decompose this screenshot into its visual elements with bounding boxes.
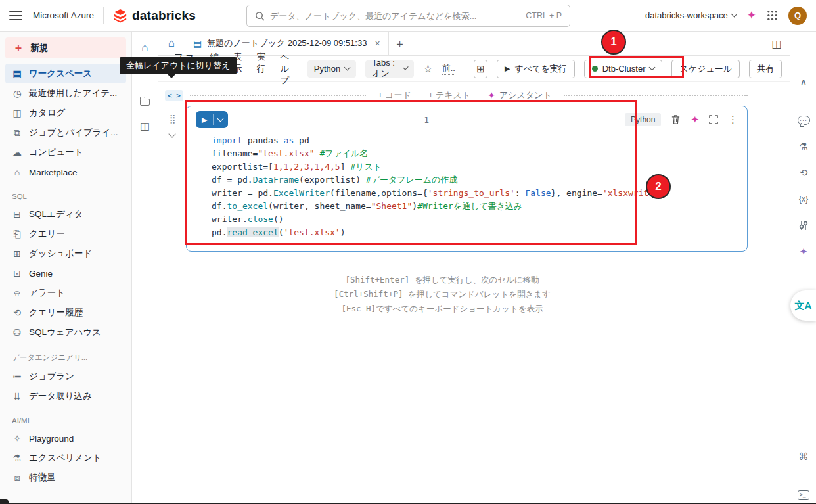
assistant-button[interactable]: ✦ アシスタント [487,89,552,101]
hamburger-menu-icon[interactable] [9,11,22,20]
app-switcher-grid-icon[interactable] [767,10,778,21]
add-code-button[interactable]: + コード [378,89,411,101]
sidebar-item-queries[interactable]: ⎗クエリー [5,224,126,244]
share-button[interactable]: 共有 [749,60,782,78]
cell-separator-dots [190,95,366,96]
new-tab-button[interactable]: ＋ [389,32,411,55]
sidebar-item-data-ingestion[interactable]: ⇊データ取り込み [5,386,126,406]
sidebar-item-catalog[interactable]: ◫カタログ [5,103,126,123]
split-view-icon[interactable]: ◫ [763,32,790,55]
menu-ヘルプ[interactable]: ヘルプ [281,51,298,87]
schedule-button[interactable]: スケジュール [671,60,740,78]
sidebar-section-header: SQL [12,193,120,200]
new-button[interactable]: ＋ 新規 [5,37,126,58]
sidebar-item-sql-warehouses[interactable]: ⛁SQLウェアハウス [5,323,126,342]
sidebar-item-label: SQLウェアハウス [29,327,101,338]
alerts-icon: ⍾ [12,288,22,299]
code-line: df.to_excel(writer, sheet_name="Sheet1")… [212,200,738,213]
home-icon[interactable]: ⌂ [137,39,154,57]
experiments-flask-icon[interactable]: ⚗ [790,137,816,156]
tabs-toggle-select[interactable]: Tabs : オン [365,60,414,78]
sidebar-item-features[interactable]: ⧈特徴量 [5,468,126,488]
sidebar-item-playground[interactable]: ✧Playground [5,428,126,448]
collapse-up-icon[interactable]: ∧ [790,72,816,92]
folder-icon[interactable] [137,93,154,110]
assistant-sparkle-icon[interactable]: ✦ [747,9,756,22]
command-palette-icon[interactable]: ⌘ [790,447,816,467]
sidebar-item-marketplace[interactable]: ⌂Marketplace [5,162,126,182]
sidebar-item-label: Playground [29,434,74,444]
variables-icon[interactable]: {x} [790,189,816,209]
notebook-icon: ▤ [193,38,202,49]
menu-実行[interactable]: 実行 [257,51,269,87]
assistant-sparkle-icon[interactable]: ✦ [790,242,816,262]
sidebar-item-alerts[interactable]: ⍾アラート [5,283,126,303]
run-all-button[interactable]: ▶ すべてを実行 [497,60,575,78]
sidebar-item-label: 最近使用したアイテ... [29,87,117,99]
code-cell[interactable]: ▶ 1 Python ✦ [186,106,748,252]
workspace-icon-rail: ⌂ ◫ [132,32,158,504]
sidebar-item-label: アラート [29,287,65,299]
sidebar-item-jobs-pipelines[interactable]: ⧉ジョブとパイプライ... [5,123,126,143]
settings-sliders-icon[interactable] [790,216,816,235]
expand-cell-icon[interactable] [709,115,718,124]
notebook-content: < > + コード + テキスト ✦ アシスタント ⣿ [158,82,790,504]
tab-close-icon[interactable]: × [374,38,380,49]
version-history-icon[interactable]: ⟲ [790,163,816,183]
comments-icon[interactable]: ··· [790,110,816,130]
sidebar-section-header: データエンジニアリ... [12,353,120,363]
last-run-info[interactable]: 前.. [442,62,455,75]
sidebar-item-compute[interactable]: ☁コンピュート [5,143,126,162]
add-text-button[interactable]: + テキスト [428,89,470,101]
cell-menu-kebab-icon[interactable]: ⋮ [728,114,738,126]
run-cell-button[interactable]: ▶ [196,111,228,128]
sidebar-item-label: ジョブラン [29,371,74,382]
translate-button[interactable]: 文A [790,290,816,321]
sidebar-item-query-history[interactable]: ⟲クエリー履歴 [5,303,126,323]
workspace-selector[interactable]: databricks-workspace [645,11,737,20]
dashboard-layout-button[interactable]: ⊞ [474,60,487,78]
sidebar-item-experiments[interactable]: ⚗エクスペリメント [5,448,126,468]
fullwidth-layout-toggle-icon[interactable]: < > [165,90,183,101]
left-sidebar: ＋ 新規 ▤ワークスペース◷最近使用したアイテ...◫カタログ⧉ジョブとパイプラ… [0,32,132,504]
plus-icon: ＋ [13,41,24,55]
cluster-status-dot [592,66,598,72]
sidebar-item-genie[interactable]: ⊡Genie [5,263,126,283]
jobs-pipelines-icon: ⧉ [12,127,22,139]
cell-language-badge[interactable]: Python [625,113,661,126]
cell-code-editor[interactable]: import pandas as pdfilename="test.xlsx" … [187,133,747,251]
cell-assistant-sparkle-icon[interactable]: ✦ [691,114,699,126]
search-icon [255,11,265,21]
sidebar-item-label: ジョブとパイプライ... [29,127,118,139]
language-select[interactable]: Python [307,60,356,78]
databricks-logo[interactable]: databricks [113,9,196,23]
favorite-star-icon[interactable]: ☆ [423,62,432,75]
keyboard-hint-line: [Shift+Enter] を押して実行し、次のセルに移動 [186,273,698,287]
delete-cell-icon[interactable] [671,114,681,125]
search-input[interactable] [270,11,520,21]
cell-separator-dots [564,95,748,96]
cluster-selector-button[interactable]: Dtb-Cluster [584,60,663,78]
global-search[interactable]: CTRL + P [246,5,570,27]
genie-icon: ⊡ [12,268,22,279]
sidebar-item-recents[interactable]: ◷最近使用したアイテ... [5,83,126,103]
terminal-icon[interactable]: >_ [790,485,816,504]
brand-name: databricks [132,9,196,23]
sidebar-item-workspace[interactable]: ▤ワークスペース [5,64,126,83]
cell-drag-handle-icon[interactable]: ⣿ [170,114,175,124]
run-options-chevron-icon[interactable] [214,119,228,121]
sidebar-item-label: Genie [29,269,53,279]
sidebar-item-label: ダッシュボード [29,248,92,260]
cell-collapse-chevron-icon[interactable] [168,130,175,137]
job-runs-icon: ≔ [12,371,22,382]
code-line: writer = pd.ExcelWriter(filename,options… [212,187,738,200]
code-line: writer.close() [212,213,738,226]
sidebar-item-job-runs[interactable]: ≔ジョブラン [5,367,126,386]
user-avatar[interactable]: Q [788,7,807,25]
play-icon: ▶ [196,116,213,124]
sidebar-item-dashboards[interactable]: ⊞ダッシュボード [5,244,126,263]
code-line: pd.read_excel('test.xlsx') [212,226,738,239]
sidebar-item-sql-editor[interactable]: ⊟SQLエディタ [5,204,126,224]
catalog-icon[interactable]: ◫ [137,117,154,134]
keyboard-hint-line: [Ctrl+Shift+P] を押してコマンドパレットを開きます [186,287,698,302]
